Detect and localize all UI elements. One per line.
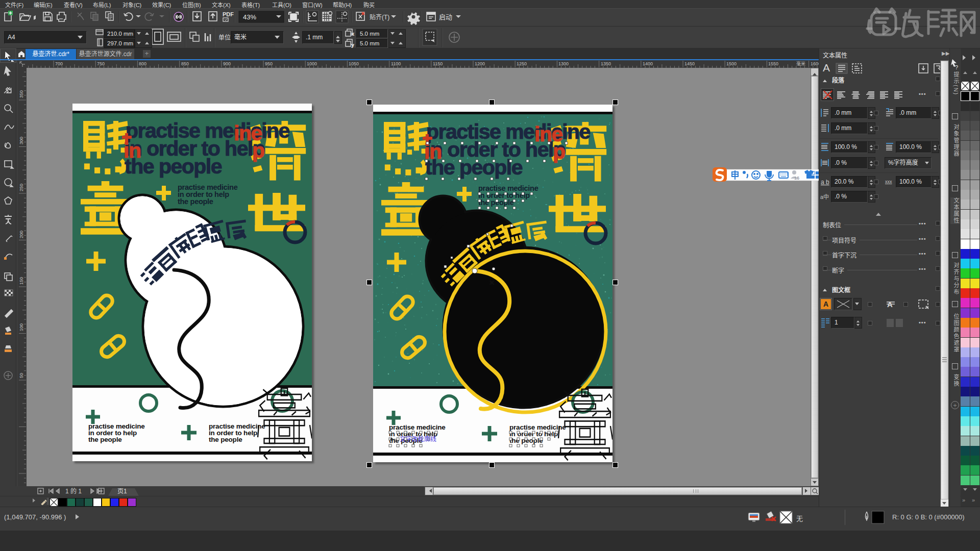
- svg-text:16: 16: [794, 176, 799, 181]
- svg-text:900: 900: [223, 61, 231, 66]
- svg-text:?: ?: [955, 64, 958, 70]
- svg-text:PDF: PDF: [223, 11, 234, 17]
- svg-text:950: 950: [265, 61, 273, 66]
- svg-text:800: 800: [139, 61, 146, 66]
- svg-text:200: 200: [19, 231, 24, 238]
- svg-text:文字改轮廓线: 文字改轮廓线: [400, 435, 436, 443]
- svg-text:1450: 1450: [684, 61, 695, 66]
- svg-text:1 的 1: 1 的 1: [65, 487, 82, 495]
- svg-text:the people: the people: [178, 197, 213, 206]
- svg-text:无: 无: [796, 515, 803, 522]
- svg-text:1250: 1250: [517, 61, 527, 66]
- svg-text:350: 350: [19, 90, 24, 98]
- svg-text:a b: a b: [821, 179, 829, 186]
- svg-text:43%: 43%: [243, 13, 256, 21]
- svg-text:x: x: [352, 32, 354, 36]
- svg-text:the people: the people: [88, 436, 122, 443]
- svg-text:150: 150: [19, 277, 24, 285]
- svg-text:p: p: [553, 140, 565, 163]
- svg-text:页1: 页1: [117, 488, 127, 495]
- svg-text:750: 750: [97, 61, 105, 66]
- svg-text:1200: 1200: [475, 61, 485, 66]
- svg-text:xxx: xxx: [885, 179, 892, 184]
- svg-text:1300: 1300: [558, 61, 569, 66]
- svg-text:1400: 1400: [643, 61, 653, 66]
- svg-text:700: 700: [55, 61, 63, 66]
- svg-text:贴齐(T): 贴齐(T): [370, 13, 389, 21]
- svg-text:1100: 1100: [391, 61, 401, 66]
- svg-text:启动: 启动: [439, 13, 452, 21]
- svg-text:a中: a中: [820, 194, 829, 200]
- svg-text:300: 300: [19, 137, 24, 144]
- svg-text:the people: the people: [209, 436, 242, 443]
- svg-text:1350: 1350: [601, 61, 611, 66]
- svg-text:毫米: 毫米: [796, 61, 805, 66]
- svg-text:850: 850: [181, 61, 189, 66]
- svg-text:1500: 1500: [726, 61, 737, 66]
- svg-text:A: A: [823, 62, 830, 73]
- svg-text:1600: 1600: [811, 61, 819, 66]
- svg-text:50: 50: [19, 373, 24, 378]
- svg-text:1000: 1000: [307, 61, 317, 66]
- svg-text:1150: 1150: [433, 61, 443, 66]
- svg-text:p: p: [252, 139, 264, 162]
- svg-text:1050: 1050: [349, 61, 359, 66]
- svg-text:100: 100: [19, 323, 24, 331]
- svg-text:1550: 1550: [768, 61, 778, 66]
- svg-text:y: y: [352, 43, 354, 47]
- svg-text:250: 250: [19, 184, 24, 191]
